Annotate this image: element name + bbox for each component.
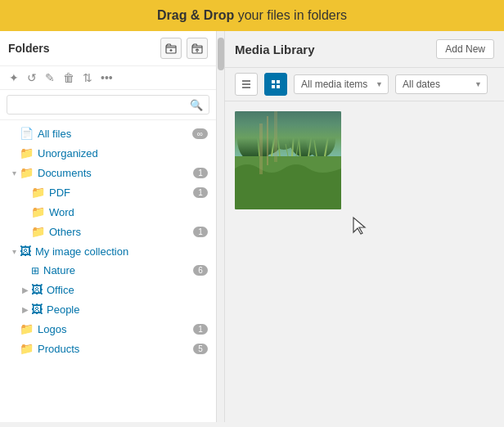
tree-label-people: People: [47, 303, 208, 316]
image-collection-icon: 🖼: [20, 245, 31, 258]
folders-header: Folders: [0, 31, 216, 66]
tree-badge-nature: 6: [193, 265, 208, 276]
tree-label-others: Others: [49, 226, 193, 238]
tree-label-unorganized: Unorganized: [38, 147, 208, 160]
svg-point-17: [306, 122, 335, 158]
tree-label-pdf: PDF: [49, 187, 193, 199]
tree-badge-all-files: ∞: [192, 128, 208, 139]
tree-item-office[interactable]: ▶ 🖼 Office: [0, 280, 216, 299]
tree-item-documents[interactable]: ▾ 📁 Documents 1: [0, 163, 216, 182]
banner-bold-text: Drag & Drop: [157, 8, 234, 22]
svg-marker-29: [353, 218, 365, 234]
tree-item-all-files[interactable]: 📄 All files ∞: [0, 124, 216, 143]
others-icon: 📁: [31, 225, 45, 238]
sort-button[interactable]: ⇅: [80, 70, 95, 86]
toggle-office: ▶: [20, 285, 31, 294]
tree-item-others[interactable]: 📁 Others 1: [0, 222, 216, 241]
media-library-title: Media Library: [235, 43, 428, 56]
media-grid: [225, 101, 504, 422]
tree-item-products[interactable]: 📁 Products 5: [0, 339, 216, 358]
tree-item-pdf[interactable]: 📁 PDF 1: [0, 182, 216, 202]
media-library-header: Media Library Add New: [225, 31, 504, 68]
products-icon: 📁: [20, 342, 34, 355]
drag-drop-banner: Drag & Drop your files in folders: [0, 0, 504, 31]
svg-rect-10: [272, 85, 275, 88]
refresh-button[interactable]: ↺: [25, 70, 39, 86]
svg-point-13: [237, 117, 273, 163]
logos-icon: 📁: [20, 322, 34, 335]
filter-type-select[interactable]: All media items Images Audio Video: [294, 74, 389, 94]
svg-rect-12: [235, 111, 341, 156]
list-view-button[interactable]: [235, 73, 258, 96]
media-toolbar: All media items Images Audio Video All d…: [225, 68, 504, 101]
documents-icon: 📁: [20, 166, 34, 179]
office-icon: 🖼: [31, 283, 43, 296]
nature-thumbnail: [235, 111, 341, 209]
right-panel: Media Library Add New: [225, 31, 504, 422]
grid-view-button[interactable]: [264, 73, 287, 96]
upload-button[interactable]: [187, 38, 208, 59]
upload-icon: [191, 43, 203, 54]
toggle-image-collection: ▾: [8, 247, 20, 256]
nature-image-svg: [235, 111, 341, 209]
unorganized-icon: 📁: [20, 146, 34, 160]
nature-icon: ⊞: [31, 265, 39, 276]
svg-line-21: [277, 132, 280, 156]
svg-point-14: [251, 114, 284, 155]
tree-label-office: Office: [47, 284, 208, 296]
svg-line-28: [296, 140, 299, 156]
svg-line-20: [272, 128, 276, 156]
people-icon: 🖼: [31, 303, 43, 316]
tree-label-logos: Logos: [38, 323, 193, 335]
move-button[interactable]: ✦: [7, 70, 21, 86]
search-input[interactable]: [7, 95, 209, 115]
add-new-button[interactable]: Add New: [436, 39, 494, 59]
filter-date-select[interactable]: All dates January 2024 February 2024: [395, 74, 488, 94]
svg-rect-11: [277, 85, 280, 88]
svg-line-25: [314, 140, 317, 156]
tree-label-my-image-collection: My image collection: [35, 245, 208, 258]
svg-line-24: [308, 128, 313, 156]
cursor-overlay: [352, 216, 368, 238]
banner-rest-text: your files in folders: [234, 8, 347, 22]
tree-label-all-files: All files: [38, 128, 192, 140]
tree-badge-logos: 1: [193, 324, 208, 335]
filter-date-wrapper: All dates January 2024 February 2024: [395, 74, 488, 94]
all-files-icon: 📄: [20, 127, 34, 140]
tree-badge-products: 5: [193, 344, 208, 354]
tree-item-logos[interactable]: 📁 Logos 1: [0, 319, 216, 339]
svg-line-27: [286, 144, 288, 156]
svg-rect-9: [277, 80, 280, 83]
svg-line-26: [325, 132, 329, 156]
toggle-people: ▶: [20, 305, 31, 314]
tree-toolbar: ✦ ↺ ✎ 🗑 ⇅ •••: [0, 66, 216, 90]
tree-label-nature: Nature: [43, 264, 193, 276]
new-folder-button[interactable]: [160, 38, 182, 59]
folder-tree: 📄 All files ∞ 📁 Unorganized ▾ 📁 Document…: [0, 120, 216, 422]
svg-line-23: [299, 136, 300, 156]
tree-label-word: Word: [49, 206, 208, 218]
svg-line-22: [292, 124, 295, 156]
search-wrap: 🔍: [7, 95, 209, 115]
grid-icon: [270, 79, 281, 90]
tree-item-nature[interactable]: ⊞ Nature 6: [0, 261, 216, 280]
folder-plus-icon: [165, 43, 177, 54]
svg-point-15: [269, 114, 299, 150]
tree-item-unorganized[interactable]: 📁 Unorganized: [0, 143, 216, 163]
word-icon: 📁: [31, 205, 45, 218]
tree-item-my-image-collection[interactable]: ▾ 🖼 My image collection: [0, 241, 216, 261]
svg-point-16: [288, 115, 321, 157]
svg-rect-8: [272, 80, 275, 83]
more-button[interactable]: •••: [98, 70, 115, 86]
filter-type-wrapper: All media items Images Audio Video: [294, 74, 389, 94]
delete-button[interactable]: 🗑: [61, 70, 77, 86]
media-item-nature[interactable]: [235, 111, 341, 209]
tree-item-people[interactable]: ▶ 🖼 People: [0, 299, 216, 319]
search-row: 🔍: [0, 90, 216, 120]
toggle-documents: ▾: [8, 169, 20, 178]
tree-item-word[interactable]: 📁 Word: [0, 202, 216, 222]
scrollbar-thumb[interactable]: [218, 38, 224, 70]
svg-line-19: [258, 136, 259, 156]
edit-button[interactable]: ✎: [43, 70, 57, 86]
tree-label-products: Products: [38, 343, 193, 355]
